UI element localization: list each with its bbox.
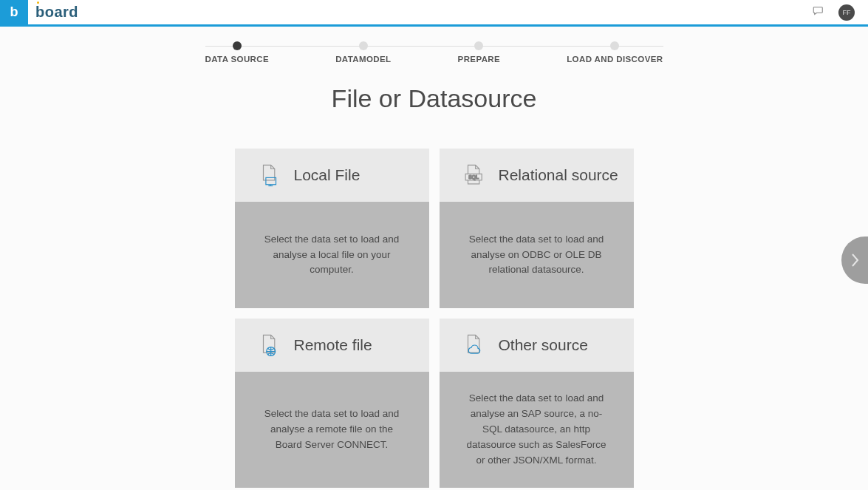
step-circle-icon bbox=[359, 41, 368, 50]
app-menu-button[interactable]: b bbox=[0, 0, 28, 26]
next-button[interactable] bbox=[841, 237, 868, 284]
step-load-discover[interactable]: LOAD AND DISCOVER bbox=[567, 41, 663, 64]
cards-grid: Local File Select the data set to load a… bbox=[235, 149, 634, 488]
step-label: LOAD AND DISCOVER bbox=[567, 55, 663, 64]
card-title: Other source bbox=[499, 336, 588, 354]
step-label: DATA SOURCE bbox=[205, 55, 270, 64]
step-circle-icon bbox=[233, 41, 242, 50]
step-data-source[interactable]: DATA SOURCE bbox=[205, 41, 270, 64]
chat-icon[interactable] bbox=[812, 4, 825, 21]
svg-text:SQL: SQL bbox=[468, 174, 479, 180]
step-circle-icon bbox=[610, 41, 619, 50]
page-title: File or Datasource bbox=[0, 84, 868, 113]
card-desc: Select the data set to load and analyse … bbox=[462, 391, 612, 469]
card-remote-file[interactable]: Remote file Select the data set to load … bbox=[235, 319, 429, 488]
card-relational-source[interactable]: SQL Relational source Select the data se… bbox=[440, 149, 634, 308]
chevron-right-icon bbox=[850, 253, 860, 268]
card-header: Local File bbox=[235, 149, 429, 202]
card-header: Remote file bbox=[235, 319, 429, 372]
topbar: b board FF bbox=[0, 0, 868, 27]
step-label: DATAMODEL bbox=[335, 55, 391, 64]
sql-file-icon: SQL bbox=[462, 163, 487, 188]
card-header: SQL Relational source bbox=[440, 149, 634, 202]
step-label: PREPARE bbox=[458, 55, 501, 64]
card-title: Local File bbox=[294, 166, 360, 184]
stepper: DATA SOURCE DATAMODEL PREPARE LOAD AND D… bbox=[0, 41, 868, 64]
card-other-source[interactable]: Other source Select the data set to load… bbox=[440, 319, 634, 488]
card-title: Relational source bbox=[499, 166, 618, 184]
card-desc: Select the data set to load and analyse … bbox=[462, 232, 612, 279]
app-menu-icon: b bbox=[10, 4, 18, 20]
local-file-icon bbox=[257, 163, 282, 188]
card-title: Remote file bbox=[294, 336, 372, 354]
cloud-file-icon bbox=[462, 333, 487, 358]
step-datamodel[interactable]: DATAMODEL bbox=[335, 41, 391, 64]
avatar[interactable]: FF bbox=[838, 4, 855, 21]
card-desc: Select the data set to load and analyse … bbox=[257, 232, 407, 279]
card-desc: Select the data set to load and analyse … bbox=[257, 406, 407, 453]
remote-file-icon bbox=[257, 333, 282, 358]
step-circle-icon bbox=[474, 41, 483, 50]
avatar-initials: FF bbox=[843, 9, 851, 16]
brand-logo: board bbox=[35, 4, 78, 21]
card-local-file[interactable]: Local File Select the data set to load a… bbox=[235, 149, 429, 308]
brand-text: board bbox=[35, 4, 78, 20]
card-header: Other source bbox=[440, 319, 634, 372]
step-prepare[interactable]: PREPARE bbox=[458, 41, 501, 64]
